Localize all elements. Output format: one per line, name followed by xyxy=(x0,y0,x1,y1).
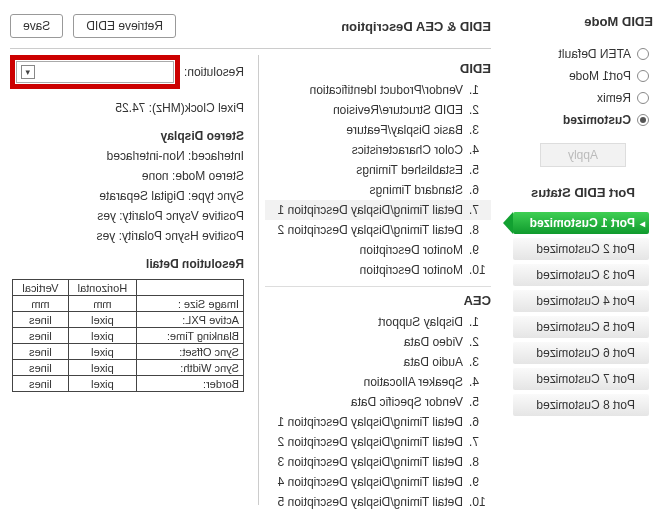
stereo-line: Interlaced: Non-interlaced xyxy=(12,149,244,163)
cea-item[interactable]: 6.Detail Timing/Display Description 1 xyxy=(265,412,491,432)
save-button[interactable]: Save xyxy=(10,14,63,38)
edid-item-label: Detail Timing/Display Description 1 xyxy=(278,203,463,217)
stereo-display-header: Stereo Display xyxy=(12,129,244,143)
radio-icon xyxy=(637,92,649,104)
radio-label: ATEN Default xyxy=(559,47,631,61)
edid-item[interactable]: 1.Vendor/Product Identification xyxy=(265,80,491,100)
edid-item[interactable]: 3.Basic Display/Feature xyxy=(265,120,491,140)
edid-item-label: Vendor/Product Identification xyxy=(310,83,463,97)
radio-icon xyxy=(637,114,649,126)
edid-item[interactable]: 6.Standard Timings xyxy=(265,180,491,200)
radio-label: Customized xyxy=(563,113,631,127)
cea-item[interactable]: 1.Display Support xyxy=(265,312,491,332)
resolution-select[interactable]: ▾ xyxy=(16,61,174,83)
cea-item-label: Display Support xyxy=(378,315,463,329)
cea-item-label: Detail Timing/Display Description 3 xyxy=(278,455,463,469)
radio-icon xyxy=(637,70,649,82)
port-item-6[interactable]: Port 6 Customized xyxy=(513,342,649,364)
cea-item-label: Detail Timing/Display Description 2 xyxy=(278,435,463,449)
edid-category-header: EDID xyxy=(265,61,491,76)
th-vertical: Vertical xyxy=(12,280,68,296)
cea-item[interactable]: 3.Audio Data xyxy=(265,352,491,372)
table-row: Active PXL: pixel lines xyxy=(12,312,243,328)
resolution-detail-table: Horizontal Vertical Image Size : mm mm A… xyxy=(12,279,244,392)
edid-item-label: Detail Timing/Display Description 2 xyxy=(278,223,463,237)
description-list-panel[interactable]: EDID 1.Vendor/Product Identification 2.E… xyxy=(259,49,491,511)
table-row: Blanking Time: pixel lines xyxy=(12,328,243,344)
cea-item[interactable]: 8.Detail Timing/Display Description 3 xyxy=(265,452,491,472)
cea-item[interactable]: 7.Detail Timing/Display Description 2 xyxy=(265,432,491,452)
port-item-2[interactable]: Port 2 Customized xyxy=(513,238,649,260)
edid-item[interactable]: 9.Monitor Description xyxy=(265,240,491,260)
edid-item-label: Monitor Description xyxy=(360,263,463,277)
stereo-line: Sync type: Digital Separate xyxy=(12,189,244,203)
port-item-5[interactable]: Port 5 Customized xyxy=(513,316,649,338)
edid-item[interactable]: 8.Detail Timing/Display Description 2 xyxy=(265,220,491,240)
cea-item[interactable]: 10.Detail Timing/Display Description 5 xyxy=(265,492,491,511)
port-item-3[interactable]: Port 3 Customized xyxy=(513,264,649,286)
chevron-down-icon: ▾ xyxy=(21,65,35,79)
edid-item[interactable]: 4.Color Characteristics xyxy=(265,140,491,160)
port-edid-status-header: Port EDID Status xyxy=(513,185,653,200)
edid-cea-description-header: EDID & CEA Description xyxy=(341,19,491,34)
radio-label: Remix xyxy=(597,91,631,105)
cea-item-label: Audio Data xyxy=(404,355,463,369)
radio-label: Port1 Mode xyxy=(569,69,631,83)
stereo-line: Positive Vsync Polarity: yes xyxy=(12,209,244,223)
port-list: Port 1 Customized Port 2 Customized Port… xyxy=(513,212,653,416)
table-row: Border: pixel lines xyxy=(12,376,243,392)
detail-panel: Resolution: ▾ Pixel Clock(MHz): 74.25 St… xyxy=(10,49,258,511)
cea-category-header: CEA xyxy=(265,293,491,308)
edid-item-selected[interactable]: 7.Detail Timing/Display Description 1 xyxy=(265,200,491,220)
resolution-label: Resolution: xyxy=(184,65,244,79)
th-blank xyxy=(136,280,243,296)
resolution-detail-header: Resolution Detail xyxy=(12,257,244,271)
divider xyxy=(265,286,491,287)
radio-icon xyxy=(637,48,649,60)
cea-item[interactable]: 5.Vendor Specific Data xyxy=(265,392,491,412)
edid-item[interactable]: 5.Established Timings xyxy=(265,160,491,180)
edid-item-label: Color Characteristics xyxy=(352,143,463,157)
edid-item[interactable]: 10.Monitor Description xyxy=(265,260,491,280)
cea-item[interactable]: 2.Video Data xyxy=(265,332,491,352)
cea-item-label: Detail Timing/Display Description 5 xyxy=(278,495,463,509)
port-item-1[interactable]: Port 1 Customized xyxy=(513,212,649,234)
apply-button: Apply xyxy=(540,143,626,167)
pixel-clock-value: Pixel Clock(MHz): 74.25 xyxy=(12,101,244,115)
port-item-8[interactable]: Port 8 Customized xyxy=(513,394,649,416)
radio-port1-mode[interactable]: Port1 Mode xyxy=(513,65,653,87)
cea-item[interactable]: 4.Speaker Allocation xyxy=(265,372,491,392)
table-row: Sync Width: pixel lines xyxy=(12,360,243,376)
edid-item-label: Monitor Description xyxy=(360,243,463,257)
edid-mode-header: EDID Mode xyxy=(513,14,653,29)
radio-customized[interactable]: Customized xyxy=(513,109,653,131)
cea-item[interactable]: 9.Detail Timing/Display Description 4 xyxy=(265,472,491,492)
table-row: Sync Offset: pixel lines xyxy=(12,344,243,360)
edid-item-label: Basic Display/Feature xyxy=(346,123,463,137)
edid-item[interactable]: 2.EDID Structure/Revision xyxy=(265,100,491,120)
edid-item-label: Established Timings xyxy=(356,163,463,177)
cea-item-label: Detail Timing/Display Description 4 xyxy=(278,475,463,489)
port-item-4[interactable]: Port 4 Customized xyxy=(513,290,649,312)
edid-item-label: Standard Timings xyxy=(370,183,463,197)
port-item-7[interactable]: Port 7 Customized xyxy=(513,368,649,390)
cea-item-label: Vendor Specific Data xyxy=(351,395,463,409)
th-horizontal: Horizontal xyxy=(68,280,136,296)
table-row: Image Size : mm mm xyxy=(12,296,243,312)
stereo-line: Stereo Mode: none xyxy=(12,169,244,183)
cea-item-label: Video Data xyxy=(404,335,463,349)
cea-item-label: Detail Timing/Display Description 1 xyxy=(278,415,463,429)
stereo-line: Positive Hsync Polarity: yes xyxy=(12,229,244,243)
radio-remix[interactable]: Remix xyxy=(513,87,653,109)
retrieve-edid-button[interactable]: Retrieve EDID xyxy=(73,14,176,38)
cea-item-label: Speaker Allocation xyxy=(364,375,463,389)
radio-aten-default[interactable]: ATEN Default xyxy=(513,43,653,65)
edid-item-label: EDID Structure/Revision xyxy=(333,103,463,117)
